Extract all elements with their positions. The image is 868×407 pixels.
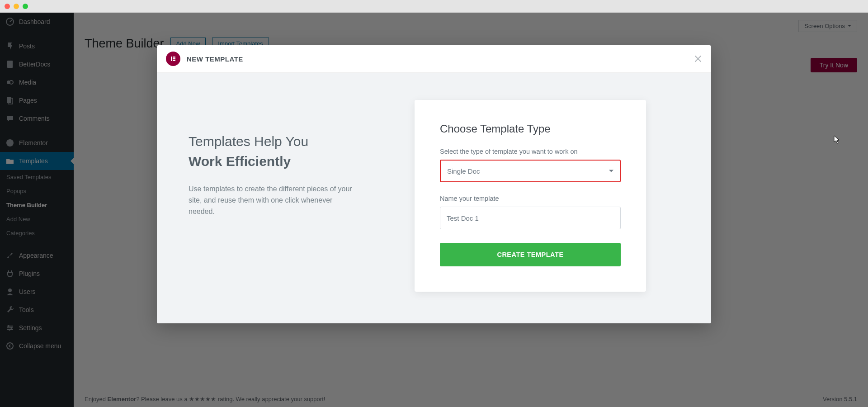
elementor-logo-icon [166, 52, 180, 66]
window-close-dot[interactable] [5, 4, 10, 9]
modal-body: Templates Help You Work Efficiently Use … [157, 73, 711, 323]
new-template-modal: NEW TEMPLATE Templates Help You Work Eff… [157, 45, 711, 323]
svg-rect-13 [173, 57, 175, 58]
intro-description: Use templates to create the different pi… [189, 184, 360, 217]
intro-heading: Templates Help You Work Efficiently [189, 132, 378, 171]
macos-titlebar [0, 0, 868, 13]
template-form-card: Choose Template Type Select the type of … [415, 100, 646, 292]
create-template-button[interactable]: CREATE TEMPLATE [440, 243, 621, 266]
intro-line2: Work Efficiently [189, 154, 291, 169]
intro-line1: Templates Help You [189, 134, 308, 149]
template-name-label: Name your template [440, 195, 621, 202]
template-type-label: Select the type of template you want to … [440, 148, 621, 155]
chevron-down-icon [609, 170, 613, 175]
window-maximize-dot[interactable] [23, 4, 28, 9]
mouse-cursor-icon [834, 135, 840, 144]
svg-rect-14 [173, 58, 175, 60]
modal-title: NEW TEMPLATE [187, 55, 243, 63]
modal-close-button[interactable] [694, 55, 702, 63]
modal-header: NEW TEMPLATE [157, 45, 711, 73]
template-name-input[interactable] [440, 207, 621, 229]
modal-intro: Templates Help You Work Efficiently Use … [189, 100, 378, 217]
close-icon [694, 55, 702, 63]
card-title: Choose Template Type [440, 123, 621, 135]
window-minimize-dot[interactable] [14, 4, 19, 9]
svg-rect-12 [171, 57, 172, 61]
modal-overlay[interactable]: NEW TEMPLATE Templates Help You Work Eff… [0, 13, 868, 407]
template-type-select[interactable]: Single Doc [440, 160, 621, 182]
template-type-value: Single Doc [447, 167, 480, 175]
svg-rect-15 [173, 60, 175, 62]
